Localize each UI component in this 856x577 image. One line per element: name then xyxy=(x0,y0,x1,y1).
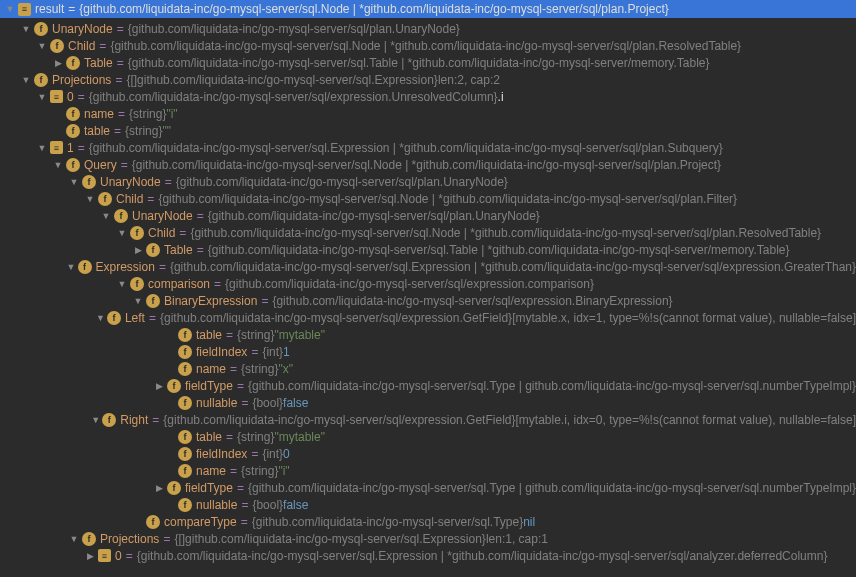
node-name: UnaryNode xyxy=(132,209,193,223)
chevron-down-icon[interactable] xyxy=(68,177,80,187)
field-icon: f xyxy=(178,345,192,359)
chevron-down-icon[interactable] xyxy=(132,296,144,306)
tree-row[interactable]: fProjections={[]github.com/liquidata-inc… xyxy=(0,71,856,88)
node-name: Projections xyxy=(100,532,159,546)
chevron-right-icon[interactable] xyxy=(154,483,165,493)
tree-row[interactable]: ftable={string} "mytable" xyxy=(0,326,856,343)
chevron-down-icon[interactable] xyxy=(52,160,64,170)
tree-row[interactable]: fname={string} "x" xyxy=(0,360,856,377)
chevron-down-icon[interactable] xyxy=(116,279,128,289)
tree-row[interactable]: ffieldType={github.com/liquidata-inc/go-… xyxy=(0,479,856,496)
chevron-down-icon[interactable] xyxy=(36,92,48,102)
tree-row[interactable]: fnullable={bool} false xyxy=(0,496,856,513)
chevron-down-icon[interactable] xyxy=(91,415,100,425)
equals-sign: = xyxy=(78,141,85,155)
chevron-right-icon[interactable] xyxy=(154,381,165,391)
tree-row[interactable]: fcomparison={github.com/liquidata-inc/go… xyxy=(0,275,856,292)
chevron-right-icon[interactable] xyxy=(84,551,96,561)
chevron-right-icon[interactable] xyxy=(132,245,144,255)
field-icon: f xyxy=(167,481,181,495)
field-icon: f xyxy=(178,328,192,342)
node-name: Left xyxy=(125,311,145,325)
tree-row[interactable]: fProjections={[]github.com/liquidata-inc… xyxy=(0,530,856,547)
field-icon: f xyxy=(146,294,160,308)
tree-row[interactable]: ≡1={github.com/liquidata-inc/go-mysql-se… xyxy=(0,139,856,156)
tree-row[interactable]: ffieldType={github.com/liquidata-inc/go-… xyxy=(0,377,856,394)
tree-row[interactable]: fChild={github.com/liquidata-inc/go-mysq… xyxy=(0,224,856,241)
chevron-down-icon[interactable] xyxy=(67,262,76,272)
tree-row[interactable]: ftable={string} "mytable" xyxy=(0,428,856,445)
tree-row[interactable]: fChild={github.com/liquidata-inc/go-mysq… xyxy=(0,37,856,54)
tree-row[interactable]: ffieldIndex={int} 1 xyxy=(0,343,856,360)
tree-row[interactable]: ffieldIndex={int} 0 xyxy=(0,445,856,462)
equals-sign: = xyxy=(159,260,166,274)
field-icon: f xyxy=(178,396,192,410)
element-icon: ≡ xyxy=(50,141,63,154)
node-name: name xyxy=(196,464,226,478)
chevron-down-icon[interactable] xyxy=(96,313,105,323)
debug-header-row[interactable]: ≡ result = {github.com/liquidata-inc/go-… xyxy=(0,0,856,18)
node-type: {github.com/liquidata-inc/go-mysql-serve… xyxy=(163,413,515,427)
node-type: {github.com/liquidata-inc/go-mysql-serve… xyxy=(208,243,790,257)
node-name: Query xyxy=(84,158,117,172)
equals-sign: = xyxy=(230,362,237,376)
chevron-down-icon[interactable] xyxy=(36,41,48,51)
tree-row[interactable]: fLeft={github.com/liquidata-inc/go-mysql… xyxy=(0,309,856,326)
tree-row[interactable]: fRight={github.com/liquidata-inc/go-mysq… xyxy=(0,411,856,428)
tree-row[interactable]: fQuery={github.com/liquidata-inc/go-mysq… xyxy=(0,156,856,173)
field-icon: f xyxy=(98,192,112,206)
node-value: nil xyxy=(523,515,535,529)
field-icon: f xyxy=(130,277,144,291)
chevron-down-icon[interactable] xyxy=(116,228,128,238)
chevron-down-icon[interactable] xyxy=(4,4,16,14)
equals-sign: = xyxy=(99,39,106,53)
equals-sign: = xyxy=(149,311,156,325)
chevron-down-icon[interactable] xyxy=(84,194,96,204)
node-name: UnaryNode xyxy=(100,175,161,189)
node-value: false xyxy=(283,498,308,512)
tree-row[interactable]: fUnaryNode={github.com/liquidata-inc/go-… xyxy=(0,20,856,37)
tree-row[interactable]: fname={string} "i" xyxy=(0,105,856,122)
node-type: {github.com/liquidata-inc/go-mysql-serve… xyxy=(137,549,828,563)
chevron-down-icon[interactable] xyxy=(20,24,32,34)
tree-row[interactable]: fBinaryExpression={github.com/liquidata-… xyxy=(0,292,856,309)
tree-row[interactable]: fUnaryNode={github.com/liquidata-inc/go-… xyxy=(0,173,856,190)
equals-sign: = xyxy=(226,328,233,342)
tree-row[interactable]: fTable={github.com/liquidata-inc/go-mysq… xyxy=(0,54,856,71)
node-type: {github.com/liquidata-inc/go-mysql-serve… xyxy=(89,90,498,104)
node-type: {string} xyxy=(241,362,278,376)
debug-tree: fUnaryNode={github.com/liquidata-inc/go-… xyxy=(0,18,856,574)
node-name: fieldType xyxy=(185,379,233,393)
tree-row[interactable]: fcompareType={github.com/liquidata-inc/g… xyxy=(0,513,856,530)
tree-row[interactable]: fExpression={github.com/liquidata-inc/go… xyxy=(0,258,856,275)
equals-sign: = xyxy=(237,379,244,393)
tree-row[interactable]: ≡0={github.com/liquidata-inc/go-mysql-se… xyxy=(0,547,856,564)
node-name: table xyxy=(84,124,110,138)
tree-row[interactable]: fChild={github.com/liquidata-inc/go-mysq… xyxy=(0,190,856,207)
node-name: Table xyxy=(164,243,193,257)
tree-row[interactable]: ≡0={github.com/liquidata-inc/go-mysql-se… xyxy=(0,88,856,105)
tree-row[interactable]: fname={string} "i" xyxy=(0,462,856,479)
equals-sign: = xyxy=(197,243,204,257)
node-name: fieldIndex xyxy=(196,345,247,359)
field-icon: f xyxy=(146,515,160,529)
node-type: {github.com/liquidata-inc/go-mysql-serve… xyxy=(158,192,737,206)
node-value: 0 xyxy=(283,447,290,461)
field-icon: f xyxy=(114,209,128,223)
node-type: {github.com/liquidata-inc/go-mysql-serve… xyxy=(190,226,821,240)
field-icon: f xyxy=(82,532,96,546)
equals-sign: = xyxy=(78,90,85,104)
chevron-down-icon[interactable] xyxy=(20,75,32,85)
chevron-down-icon[interactable] xyxy=(68,534,80,544)
equals-sign: = xyxy=(179,226,186,240)
tree-row[interactable]: fnullable={bool} false xyxy=(0,394,856,411)
node-type: {string} xyxy=(237,328,274,342)
chevron-down-icon[interactable] xyxy=(36,143,48,153)
chevron-down-icon[interactable] xyxy=(100,211,112,221)
node-type: {github.com/liquidata-inc/go-mysql-serve… xyxy=(110,39,741,53)
tree-row[interactable]: fTable={github.com/liquidata-inc/go-mysq… xyxy=(0,241,856,258)
var-name: result xyxy=(35,2,64,16)
chevron-right-icon[interactable] xyxy=(52,58,64,68)
tree-row[interactable]: fUnaryNode={github.com/liquidata-inc/go-… xyxy=(0,207,856,224)
tree-row[interactable]: ftable={string} "" xyxy=(0,122,856,139)
